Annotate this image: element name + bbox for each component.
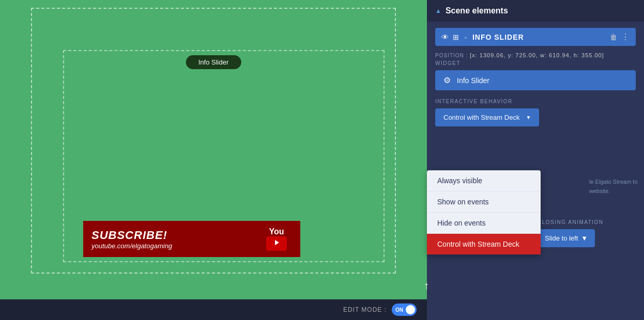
subscribe-text-area: SUBSCRIBE! youtube.com/elgatogaming <box>91 229 172 250</box>
info-slider-label: Info Slider <box>186 55 241 69</box>
cursor-indicator: ↑ <box>424 280 429 292</box>
dropdown-item-always-visible[interactable]: Always visible <box>427 170 541 191</box>
eye-icon[interactable]: 👁 <box>441 33 449 41</box>
triangle-icon: ▲ <box>435 7 441 14</box>
bottom-bar: EDIT MODE : ON <box>0 299 427 320</box>
closing-anim-section: CLOSING ANIMATION Slide to left ▼ <box>538 219 636 247</box>
position-value: [x: 1309.06, y: 725.00, w: 610.94, h: 35… <box>470 52 604 58</box>
kebab-icon[interactable]: ⋮ <box>621 32 630 42</box>
dropdown-item-show-on-events[interactable]: Show on events <box>427 191 541 213</box>
delete-icon[interactable]: 🗑 <box>610 33 617 41</box>
panel-title: Scene elements <box>446 6 508 15</box>
dropdown-item-hide-on-events[interactable]: Hide on events <box>427 213 541 234</box>
subscribe-banner: SUBSCRIBE! youtube.com/elgatogaming You <box>83 221 300 257</box>
element-name: INFO SLIDER <box>472 33 606 41</box>
subscribe-title: SUBSCRIBE! <box>91 229 172 242</box>
position-label: POSITION : [x: 1309.06, y: 725.00, w: 61… <box>435 52 636 58</box>
widget-type-icon: ⊞ <box>453 33 459 41</box>
widget-name: Info Slider <box>457 76 489 85</box>
dropdown-item-stream-deck[interactable]: Control with Stream Deck <box>427 234 541 254</box>
position-section: POSITION : [x: 1309.06, y: 725.00, w: 61… <box>435 52 636 58</box>
right-panel: ▲ Scene elements 👁 ⊞ ▲ INFO SLIDER 🗑 ⋮ P… <box>427 0 644 320</box>
canvas-area: Info Slider SUBSCRIBE! youtube.com/elgat… <box>0 0 427 320</box>
youtube-icon: You <box>266 227 287 251</box>
behavior-dropdown-btn[interactable]: Control with Stream Deck ▼ <box>435 108 539 126</box>
behavior-dropdown-label: Control with Stream Deck <box>443 114 519 121</box>
subscribe-url: youtube.com/elgatogaming <box>91 242 172 250</box>
yt-text: You <box>269 227 284 236</box>
edit-mode-label: EDIT MODE : <box>343 306 387 313</box>
dropdown-arrow-icon: ▼ <box>526 115 531 120</box>
element-row[interactable]: 👁 ⊞ ▲ INFO SLIDER 🗑 ⋮ <box>435 28 636 46</box>
panel-header: ▲ Scene elements <box>427 0 644 22</box>
position-separator: : <box>466 53 470 58</box>
edit-mode-toggle[interactable]: ON <box>392 303 417 316</box>
yt-badge <box>266 236 287 251</box>
behavior-label: INTERACTIVE BEHAVIOR <box>435 99 636 104</box>
expand-icon: ▲ <box>463 34 468 40</box>
widget-section-label: WIDGET <box>435 60 636 66</box>
behavior-section: INTERACTIVE BEHAVIOR Control with Stream… <box>435 99 636 126</box>
side-text: le Elgato Stream to website. <box>587 175 644 198</box>
youtube-logo: You <box>261 227 292 251</box>
closing-anim-label: CLOSING ANIMATION <box>538 219 636 225</box>
scene-frame: Info Slider SUBSCRIBE! youtube.com/elgat… <box>31 8 396 274</box>
behavior-dropdown-menu: Always visible Show on events Hide on ev… <box>427 170 541 254</box>
widget-button[interactable]: ⚙ Info Slider <box>435 70 636 90</box>
closing-anim-arrow: ▼ <box>581 234 588 242</box>
canvas-inner: Info Slider SUBSCRIBE! youtube.com/elgat… <box>0 0 427 299</box>
toggle-on-text: ON <box>395 307 403 313</box>
gear-icon: ⚙ <box>443 75 451 85</box>
closing-anim-value: Slide to left <box>545 234 578 242</box>
toggle-knob <box>406 305 415 314</box>
closing-anim-btn[interactable]: Slide to left ▼ <box>538 229 595 247</box>
